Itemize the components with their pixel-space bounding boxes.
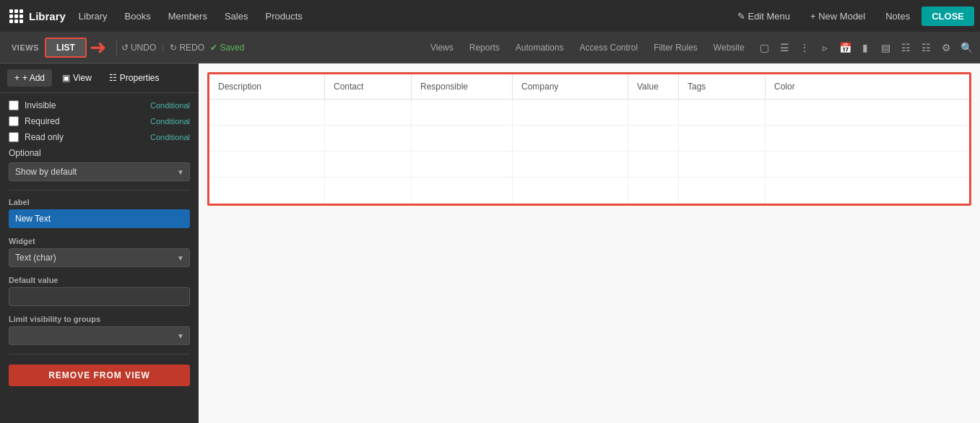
- new-model-button[interactable]: + New Model: [802, 6, 874, 26]
- main-layout: + + Add ▣ View ☷ Properties Invisible Co…: [0, 64, 980, 423]
- visibility-select-wrap: ▼: [9, 326, 190, 345]
- cell: [209, 178, 325, 204]
- toolbar-divider: [116, 39, 117, 56]
- table-header: Description Contact Responsible Company …: [209, 74, 969, 100]
- views-menu-item[interactable]: Views: [423, 40, 461, 56]
- brand-library[interactable]: Library: [29, 10, 66, 22]
- sidebar: + + Add ▣ View ☷ Properties Invisible Co…: [0, 64, 199, 423]
- cell: [209, 126, 325, 151]
- col-value: Value: [628, 74, 679, 99]
- nav-item-products[interactable]: Products: [258, 6, 309, 26]
- remove-from-view-button[interactable]: REMOVE FROM VIEW: [9, 365, 190, 386]
- cell: [513, 100, 628, 125]
- table-row[interactable]: [209, 100, 969, 126]
- list-alt-icon[interactable]: ☷: [918, 40, 934, 56]
- close-button[interactable]: CLOSE: [922, 6, 974, 26]
- label-input[interactable]: [9, 209, 190, 228]
- nav-item-books[interactable]: Books: [118, 6, 158, 26]
- view-button[interactable]: ▣ View: [55, 69, 99, 87]
- cell: [325, 126, 412, 151]
- nav-item-library[interactable]: Library: [71, 6, 115, 26]
- cell: [679, 152, 766, 177]
- cell: [513, 178, 628, 204]
- cell: [209, 100, 325, 125]
- required-checkbox[interactable]: [9, 116, 19, 126]
- list-view-table: Description Contact Responsible Company …: [207, 72, 971, 206]
- table-row[interactable]: [209, 178, 969, 204]
- cell: [513, 152, 628, 177]
- invisible-label: Invisible: [25, 100, 150, 110]
- widget-select[interactable]: Text (char): [9, 248, 190, 267]
- settings-icon[interactable]: ⚙: [938, 40, 954, 56]
- calendar-icon[interactable]: 📅: [837, 40, 853, 56]
- views-label: VIEWS: [6, 43, 45, 52]
- automations-menu-item[interactable]: Automations: [508, 40, 571, 56]
- view-form-icon[interactable]: ▢: [756, 40, 772, 56]
- grid-icon[interactable]: [6, 6, 26, 26]
- notes-button[interactable]: Notes: [877, 6, 919, 26]
- widget-field-heading: Widget: [9, 237, 190, 245]
- col-description: Description: [209, 74, 325, 99]
- add-button[interactable]: + + Add: [7, 69, 52, 87]
- properties-button[interactable]: ☷ Properties: [102, 69, 167, 87]
- sidebar-divider-2: [9, 354, 190, 354]
- saved-indicator: ✔ Saved: [210, 43, 244, 53]
- visibility-heading: Limit visibility to groups: [9, 315, 190, 323]
- sidebar-topbar: + + Add ▣ View ☷ Properties: [0, 64, 199, 93]
- undo-button[interactable]: ↺ UNDO: [121, 43, 156, 53]
- nav-item-sales[interactable]: Sales: [217, 6, 256, 26]
- col-color: Color: [766, 74, 969, 99]
- readonly-conditional[interactable]: Conditional: [150, 133, 190, 141]
- table-row[interactable]: [209, 126, 969, 152]
- cell: [679, 126, 766, 151]
- col-company: Company: [513, 74, 628, 99]
- widget-select-wrap: Text (char) ▼: [9, 248, 190, 267]
- list-view-button[interactable]: LIST: [45, 38, 87, 58]
- sidebar-divider-1: [9, 190, 190, 191]
- label-field-heading: Label: [9, 198, 190, 206]
- content-wrapper: Description Contact Responsible Company …: [207, 72, 971, 206]
- reports-menu-item[interactable]: Reports: [462, 40, 507, 56]
- readonly-row: Read only Conditional: [9, 132, 190, 142]
- cell: [766, 126, 969, 151]
- invisible-conditional[interactable]: Conditional: [150, 101, 190, 110]
- view-label: View: [73, 73, 92, 83]
- view-list-icon[interactable]: ☰: [776, 40, 792, 56]
- access-control-menu-item[interactable]: Access Control: [572, 40, 645, 56]
- website-menu-item[interactable]: Website: [706, 40, 752, 56]
- invisible-row: Invisible Conditional: [9, 100, 190, 110]
- col-contact: Contact: [325, 74, 412, 99]
- chart-alt-icon[interactable]: ▤: [877, 40, 893, 56]
- search-icon[interactable]: 🔍: [958, 40, 974, 56]
- default-value-input[interactable]: [9, 287, 190, 306]
- edit-menu-button[interactable]: ✎ Edit Menu: [729, 6, 799, 26]
- redo-button[interactable]: ↻ REDO: [170, 43, 204, 53]
- cell: [766, 100, 969, 125]
- filter-rules-menu-item[interactable]: Filter Rules: [646, 40, 705, 56]
- chart-bar-icon[interactable]: ▮: [857, 40, 873, 56]
- required-row: Required Conditional: [9, 116, 190, 126]
- properties-label: Properties: [120, 73, 160, 83]
- optional-select[interactable]: Show by default: [9, 162, 190, 181]
- visibility-select[interactable]: [9, 326, 190, 345]
- view-kanban-icon[interactable]: ⋮: [797, 40, 812, 56]
- map-pin-icon[interactable]: ▹: [817, 40, 833, 56]
- properties-section: Invisible Conditional Required Condition…: [0, 93, 199, 393]
- col-responsible: Responsible: [412, 74, 513, 99]
- default-value-heading: Default value: [9, 276, 190, 284]
- add-label: + Add: [22, 73, 45, 83]
- required-label: Required: [25, 116, 150, 126]
- readonly-checkbox[interactable]: [9, 132, 19, 142]
- col-tags: Tags: [679, 74, 766, 99]
- invisible-checkbox[interactable]: [9, 100, 19, 110]
- arrow-right-indicator: ➜: [90, 35, 106, 59]
- cell: [628, 126, 679, 151]
- nav-item-members[interactable]: Members: [161, 6, 214, 26]
- optional-label: Optional: [9, 148, 190, 158]
- table-row[interactable]: [209, 152, 969, 178]
- cell: [325, 152, 412, 177]
- required-conditional[interactable]: Conditional: [150, 117, 190, 126]
- toolbar: VIEWS LIST ➜ ↺ UNDO | ↻ REDO ✔ Saved Vie…: [0, 32, 980, 64]
- grid-view-icon[interactable]: ☷: [898, 40, 914, 56]
- cell: [209, 152, 325, 177]
